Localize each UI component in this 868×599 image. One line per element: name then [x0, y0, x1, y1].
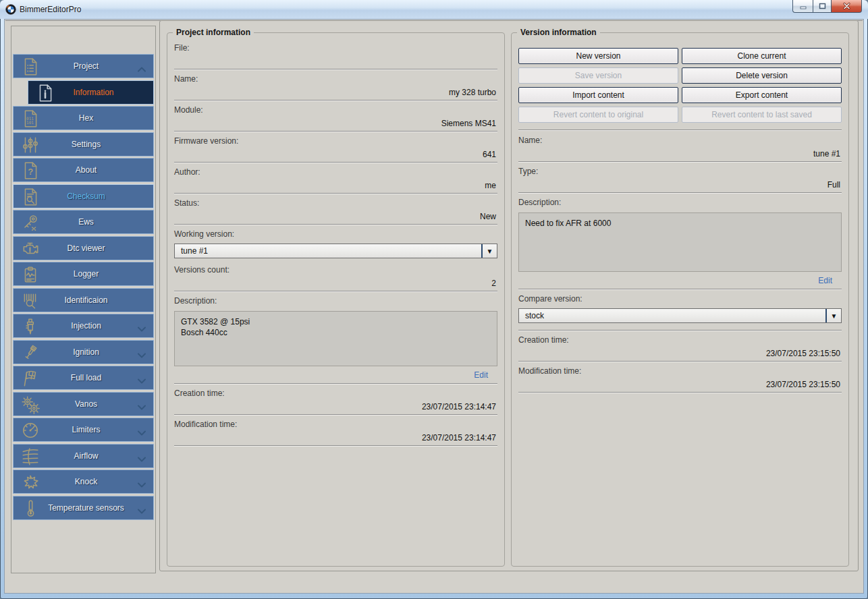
chevron-down-icon: [136, 427, 147, 434]
field-row-description: Description:Need to fix AFR at 6000Edit: [518, 198, 842, 289]
revert-content-to-last-saved-button: Revert content to last saved: [682, 107, 842, 123]
description-textbox: GTX 3582 @ 15psi Bosch 440cc: [174, 311, 497, 366]
spark-plug-icon: [21, 343, 40, 363]
field-separator: [518, 161, 842, 162]
field-label: Firmware version:: [174, 136, 497, 148]
version-buttons-grid: New versionClone currentSave versionDele…: [518, 48, 842, 123]
sidebar-item-full-load[interactable]: Full load: [13, 366, 154, 390]
export-content-button[interactable]: Export content: [682, 87, 842, 103]
field-value: 2: [174, 277, 497, 291]
edit-link[interactable]: Edit: [518, 274, 842, 289]
info-document-icon: [36, 83, 55, 103]
field-row-versions-count: Versions count:2: [174, 265, 497, 291]
sidebar-item-about[interactable]: ?About: [13, 158, 154, 182]
field-separator: [518, 361, 842, 362]
sidebar-item-injection[interactable]: Injection: [13, 314, 154, 338]
sidebar-item-hex[interactable]: 011101Hex: [13, 106, 154, 130]
working-version-combobox[interactable]: tune #1▼: [174, 244, 497, 258]
chevron-down-icon[interactable]: ▼: [825, 309, 841, 322]
field-row-modification-time: Modification time:23/07/2015 23:15:50: [518, 366, 842, 393]
chevron-up-icon: [136, 63, 147, 70]
sidebar-item-ews[interactable]: Ews: [13, 210, 154, 234]
sliders-icon: [21, 135, 40, 155]
field-label: Creation time:: [174, 389, 497, 400]
import-content-button[interactable]: Import content: [518, 87, 678, 103]
new-version-button[interactable]: New version: [518, 48, 678, 64]
app-window: BimmerEditorPro ProjectInformation011101…: [0, 0, 868, 599]
combobox-value: tune #1: [175, 246, 481, 256]
svg-text:101: 101: [26, 120, 34, 125]
chevron-down-icon[interactable]: ▼: [481, 244, 497, 258]
field-value: my 328 turbo: [174, 86, 497, 100]
app-logo-icon: [5, 4, 16, 15]
chevron-down-icon: [136, 401, 147, 408]
close-button[interactable]: [832, 0, 862, 13]
sidebar-item-dtc-viewer[interactable]: Dtc viewer: [13, 236, 154, 260]
field-row-name: Name:my 328 turbo: [174, 74, 497, 101]
sidebar-item-ignition[interactable]: Ignition: [13, 340, 154, 364]
field-label: Module:: [174, 105, 497, 117]
sidebar-item-checksum[interactable]: Checksum: [13, 184, 154, 208]
field-value: me: [174, 179, 497, 193]
thermometer-icon: [21, 498, 40, 519]
field-row-modification-time: Modification time:23/07/2015 23:14:47: [174, 420, 497, 446]
field-row-description: Description:GTX 3582 @ 15psi Bosch 440cc…: [174, 296, 497, 384]
field-separator: [518, 392, 842, 393]
field-label: Status:: [174, 198, 497, 210]
sidebar-item-settings[interactable]: Settings: [13, 132, 154, 156]
field-label: Author:: [174, 167, 497, 179]
clipboard-icon: [21, 264, 40, 285]
checksum-document-icon: [21, 187, 40, 207]
title-bar[interactable]: BimmerEditorPro: [0, 0, 868, 19]
field-separator: [174, 224, 497, 225]
combobox-value: stock: [519, 311, 825, 320]
delete-version-button[interactable]: Delete version: [682, 67, 842, 84]
field-label: Description:: [518, 198, 842, 209]
field-label: File:: [174, 43, 497, 55]
buttons-separator: [518, 130, 842, 130]
field-label: Working version:: [174, 229, 497, 241]
sidebar-item-limiters[interactable]: Limiters: [13, 418, 154, 442]
chevron-down-icon: [136, 453, 147, 460]
sidebar-list: ProjectInformation011101HexSettings?Abou…: [13, 54, 154, 521]
edit-link[interactable]: Edit: [174, 368, 497, 383]
minimize-button[interactable]: [792, 0, 813, 13]
sidebar-item-information[interactable]: Information: [28, 80, 154, 105]
sidebar-item-identificaion[interactable]: Identificaion: [13, 288, 154, 312]
compare-version-combobox[interactable]: stock▼: [518, 308, 842, 323]
field-label: Compare version:: [518, 294, 842, 306]
hex-document-icon: 011101: [21, 109, 40, 129]
sidebar-item-logger[interactable]: Logger: [13, 262, 154, 286]
field-value: 23/07/2015 23:14:47: [174, 431, 497, 445]
field-row-working-version: Working version:tune #1▼: [174, 229, 497, 258]
field-row-type: Type:Full: [518, 167, 842, 193]
clone-current-button[interactable]: Clone current: [682, 48, 842, 64]
barcode-search-icon: [21, 291, 40, 311]
field-value: 23/07/2015 23:14:47: [174, 400, 497, 414]
field-label: Creation time:: [518, 335, 842, 347]
field-separator: [518, 289, 842, 289]
field-separator: [518, 192, 842, 193]
sidebar-item-project[interactable]: Project: [13, 54, 154, 78]
sidebar-item-airflow[interactable]: Airflow: [13, 444, 154, 468]
save-version-button: Save version: [518, 67, 678, 84]
chevron-down-icon: [136, 349, 147, 356]
checkered-flag-icon: [21, 368, 40, 389]
sidebar-item-vanos[interactable]: Vanos: [13, 392, 154, 416]
chevron-down-icon: [136, 375, 147, 382]
field-row-author: Author:me: [174, 167, 497, 194]
field-label: Modification time:: [174, 420, 497, 431]
group-title: Project information: [173, 28, 254, 37]
sidebar-item-knock[interactable]: Knock: [13, 469, 154, 494]
field-value: New: [174, 210, 497, 224]
field-value: [174, 55, 497, 69]
sidebar-item-temperature-sensors[interactable]: Temperature sensors: [13, 496, 154, 520]
maximize-button[interactable]: [813, 0, 832, 13]
knock-icon: [21, 472, 40, 492]
project-information-group: Project information File:Name:my 328 tur…: [167, 32, 505, 567]
field-label: Modification time:: [518, 366, 842, 378]
field-row-firmware-version: Firmware version:641: [174, 136, 497, 163]
airflow-icon: [21, 447, 40, 467]
description-textbox: Need to fix AFR at 6000: [518, 212, 842, 272]
engine-icon: [21, 239, 40, 259]
